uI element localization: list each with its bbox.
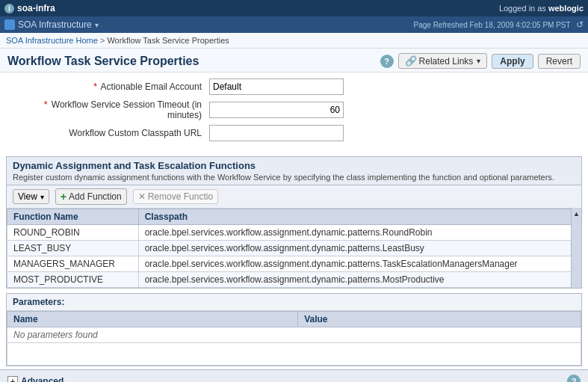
breadcrumb: SOA Infrastructure Home > Workflow Task … — [0, 33, 588, 49]
parameters-section: Parameters: Name Value No parameters fou… — [6, 293, 582, 366]
table-row[interactable]: LEAST_BUSY oracle.bpel.services.workflow… — [7, 241, 581, 256]
breadcrumb-home[interactable]: SOA Infrastructure Home — [6, 36, 98, 45]
remove-function-label: Remove Functio — [148, 191, 213, 202]
remove-function-button[interactable]: ✕ Remove Functio — [133, 189, 218, 204]
advanced-label: Advanced — [21, 376, 64, 382]
main-content: SOA Infrastructure Home > Workflow Task … — [0, 33, 588, 382]
advanced-help-button[interactable]: ? — [567, 375, 581, 382]
app-name: soa-infra — [17, 3, 55, 13]
classpath-cell: oracle.bpel.services.workflow.assignment… — [138, 225, 581, 241]
nav-bar: SOA Infrastructure ▾ Page Refreshed Feb … — [0, 16, 588, 33]
refresh-time: Page Refreshed Feb 18, 2009 4:02:05 PM P… — [414, 21, 571, 29]
link-icon: 🔗 — [405, 55, 417, 67]
dynamic-header: Dynamic Assignment and Task Escalation F… — [7, 157, 581, 185]
col-param-value: Value — [298, 312, 581, 327]
breadcrumb-separator: > — [100, 36, 107, 45]
classpath-cell: oracle.bpel.services.workflow.assignment… — [138, 241, 581, 256]
timeout-input[interactable] — [209, 102, 344, 118]
logged-in-info: Logged in as weblogic — [499, 4, 584, 13]
empty-row — [7, 343, 581, 366]
parameters-header: Parameters: — [7, 294, 581, 311]
nav-icon — [4, 19, 15, 30]
function-name-cell: ROUND_ROBIN — [7, 225, 139, 241]
dynamic-desc: Register custom dynamic assignment funct… — [13, 173, 575, 182]
timeout-label: * Workflow Service Session Timeout (in m… — [15, 99, 209, 120]
required-star-email: * — [93, 81, 97, 92]
scroll-up-icon[interactable]: ▲ — [572, 209, 581, 219]
scrollbar[interactable]: ▲ — [571, 209, 581, 288]
x-icon: ✕ — [138, 191, 146, 202]
revert-button[interactable]: Revert — [538, 54, 581, 69]
functions-table-area: ▲ Function Name Classpath ROUND_ROBIN or… — [7, 209, 581, 288]
related-links-label: Related Links — [419, 56, 474, 67]
function-name-cell: MANAGERS_MANAGER — [7, 256, 139, 272]
apply-button[interactable]: Apply — [492, 54, 533, 69]
add-function-label: Add Function — [69, 191, 122, 202]
functions-toolbar: View ▾ + Add Function ✕ Remove Functio — [7, 185, 581, 209]
header-actions: ? 🔗 Related Links ▾ Apply Revert — [380, 53, 581, 69]
col-function-name: Function Name — [7, 209, 139, 225]
breadcrumb-current: Workflow Task Service Properties — [107, 36, 229, 45]
expand-icon[interactable]: + — [7, 376, 18, 382]
timeout-row: * Workflow Service Session Timeout (in m… — [15, 99, 573, 120]
no-params-message: No parameters found — [7, 327, 581, 343]
classpath-cell: oracle.bpel.services.workflow.assignment… — [138, 256, 581, 272]
view-chevron-icon: ▾ — [40, 193, 44, 201]
related-links-button[interactable]: 🔗 Related Links ▾ — [398, 53, 488, 69]
page-header: Workflow Task Service Properties ? 🔗 Rel… — [0, 49, 588, 73]
required-star-timeout: * — [44, 99, 48, 110]
col-param-name: Name — [7, 312, 298, 327]
classpath-input[interactable] — [209, 125, 344, 141]
username: weblogic — [548, 4, 584, 13]
app-info-icon[interactable]: i — [4, 4, 14, 13]
col-classpath: Classpath — [138, 209, 581, 225]
page-title: Workflow Task Service Properties — [7, 55, 199, 68]
parameters-table: Name Value No parameters found — [7, 311, 581, 366]
functions-table: Function Name Classpath ROUND_ROBIN orac… — [7, 209, 581, 288]
dynamic-section: Dynamic Assignment and Task Escalation F… — [6, 156, 582, 289]
advanced-section: + Advanced ? — [0, 369, 588, 382]
table-row[interactable]: MOST_PRODUCTIVE oracle.bpel.services.wor… — [7, 272, 581, 288]
dynamic-title: Dynamic Assignment and Task Escalation F… — [13, 160, 575, 171]
related-chevron-icon: ▾ — [477, 57, 480, 65]
classpath-label: Workflow Custom Classpath URL — [15, 128, 209, 138]
refresh-icon[interactable]: ↺ — [576, 19, 584, 30]
function-name-cell: LEAST_BUSY — [7, 241, 139, 256]
plus-icon: + — [61, 191, 66, 203]
view-label: View — [18, 191, 37, 202]
email-row: * Actionable Email Account — [15, 78, 573, 95]
form-section: * Actionable Email Account * Workflow Se… — [0, 73, 588, 152]
nav-label[interactable]: SOA Infrastructure — [18, 19, 92, 30]
classpath-row: Workflow Custom Classpath URL — [15, 125, 573, 141]
table-row[interactable]: MANAGERS_MANAGER oracle.bpel.services.wo… — [7, 256, 581, 272]
function-name-cell: MOST_PRODUCTIVE — [7, 272, 139, 288]
add-function-button[interactable]: + Add Function — [55, 188, 127, 205]
advanced-toggle[interactable]: + Advanced — [7, 376, 64, 382]
nav-brand: SOA Infrastructure ▾ — [4, 19, 99, 30]
app-branding: i soa-infra — [4, 3, 55, 13]
view-button[interactable]: View ▾ — [13, 189, 49, 204]
table-row[interactable]: ROUND_ROBIN oracle.bpel.services.workflo… — [7, 225, 581, 241]
nav-dropdown-icon[interactable]: ▾ — [95, 21, 99, 29]
email-label: * Actionable Email Account — [15, 81, 209, 92]
refresh-area: Page Refreshed Feb 18, 2009 4:02:05 PM P… — [414, 19, 584, 30]
top-system-bar: i soa-infra Logged in as weblogic — [0, 0, 588, 16]
logged-in-label: Logged in as — [499, 4, 546, 13]
table-row: No parameters found — [7, 327, 581, 343]
classpath-cell: oracle.bpel.services.workflow.assignment… — [138, 272, 581, 288]
help-button[interactable]: ? — [380, 55, 394, 68]
email-input[interactable] — [209, 78, 344, 95]
